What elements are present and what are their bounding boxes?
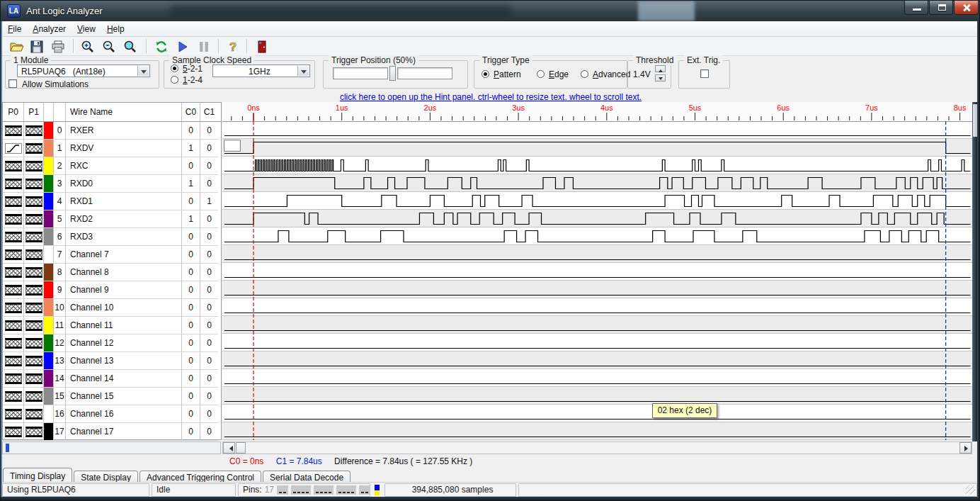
wire-name[interactable]: RXD2 (66, 210, 182, 228)
channel-row[interactable]: 17Channel 1700 (3, 423, 221, 441)
channel-row[interactable]: 0RXER00 (3, 122, 221, 140)
p0-trigger-cell[interactable] (3, 299, 24, 317)
p1-trigger-cell[interactable] (24, 210, 44, 228)
zoom-fit-button[interactable] (121, 38, 139, 55)
c0-value[interactable]: 0 (182, 122, 200, 140)
channel-number[interactable]: 4 (54, 193, 66, 210)
c1-value[interactable]: 0 (200, 370, 218, 388)
p0-trigger-cell[interactable] (3, 210, 24, 228)
channel-color-swatch[interactable] (44, 122, 54, 140)
channel-row[interactable]: 3RXD010 (3, 175, 221, 193)
p0-trigger-cell[interactable] (3, 281, 24, 299)
channel-color-swatch[interactable] (44, 210, 54, 228)
clock-124-radio[interactable] (171, 76, 178, 84)
scroll-left-arrow[interactable] (223, 442, 235, 454)
c0-value[interactable]: 0 (182, 317, 200, 334)
p0-trigger-cell[interactable] (3, 423, 24, 441)
wire-name[interactable]: Channel 12 (66, 334, 182, 352)
c0-value[interactable]: 0 (182, 228, 200, 246)
p1-trigger-cell[interactable] (24, 388, 44, 405)
c0-value[interactable]: 0 (182, 423, 200, 441)
channel-number[interactable]: 15 (54, 388, 66, 405)
p1-trigger-cell[interactable] (24, 157, 44, 175)
channel-row[interactable]: 2RXC00 (3, 157, 221, 175)
menu-help[interactable]: Help (101, 21, 130, 36)
channel-row[interactable]: 13Channel 1300 (3, 352, 221, 370)
trigger-position-track-right[interactable] (397, 67, 452, 79)
trigger-pattern-radio[interactable] (482, 70, 489, 78)
channel-color-swatch[interactable] (44, 264, 54, 281)
c0-value[interactable]: 0 (182, 264, 200, 281)
minimize-button[interactable] (904, 1, 928, 15)
channel-number[interactable]: 5 (54, 210, 66, 228)
channel-color-swatch[interactable] (44, 299, 54, 317)
module-combo[interactable]: RL5PUAQ6 (Ant18e) (17, 64, 150, 77)
c1-value[interactable]: 0 (200, 405, 218, 423)
p0-trigger-cell[interactable] (3, 193, 24, 210)
p0-trigger-cell[interactable] (3, 334, 24, 352)
c1-value[interactable]: 0 (200, 140, 218, 157)
channel-color-swatch[interactable] (44, 246, 54, 264)
wire-name[interactable]: Channel 13 (66, 352, 182, 370)
c1-value[interactable]: 0 (200, 299, 218, 317)
exit-button[interactable] (253, 38, 271, 55)
p0-trigger-cell[interactable] (3, 317, 24, 334)
wire-name[interactable]: RXD3 (66, 228, 182, 246)
channel-row[interactable]: 7Channel 700 (3, 246, 221, 264)
c0-value[interactable]: 0 (182, 334, 200, 352)
waveform-horizontal-scrollbar[interactable] (222, 441, 972, 454)
ext-trig-checkbox[interactable] (700, 69, 709, 78)
maximize-button[interactable] (929, 1, 953, 15)
clock-speed-combo[interactable]: 1GHz (212, 64, 310, 77)
c0-value[interactable]: 1 (182, 210, 200, 228)
p1-trigger-cell[interactable] (24, 228, 44, 246)
p0-trigger-cell[interactable] (3, 405, 24, 423)
channel-row[interactable]: 11Channel 1100 (3, 317, 221, 334)
channel-number[interactable]: 11 (54, 317, 66, 334)
chevron-down-icon[interactable] (297, 66, 309, 76)
c1-value[interactable]: 0 (200, 122, 218, 140)
waveform-scrollbar-thumb[interactable] (236, 442, 246, 454)
channel-number[interactable]: 2 (54, 157, 66, 175)
pause-button[interactable] (195, 38, 213, 55)
p1-trigger-cell[interactable] (24, 175, 44, 193)
channel-color-swatch[interactable] (44, 352, 54, 370)
channel-row[interactable]: 6RXD300 (3, 228, 221, 246)
channel-color-swatch[interactable] (44, 334, 54, 352)
c1-value[interactable]: 0 (200, 317, 218, 334)
channel-number[interactable]: 16 (54, 405, 66, 423)
p0-trigger-cell[interactable] (3, 264, 24, 281)
c1-value[interactable]: 0 (200, 388, 218, 405)
p1-trigger-cell[interactable] (24, 334, 44, 352)
channel-row[interactable]: 15Channel 1500 (3, 388, 221, 405)
channel-row[interactable]: 4RXD101 (3, 193, 221, 210)
c0-value[interactable]: 1 (182, 140, 200, 157)
channel-row[interactable]: 8Channel 800 (3, 264, 221, 281)
trigger-position-track-left[interactable] (333, 67, 388, 79)
p1-trigger-cell[interactable] (24, 299, 44, 317)
p1-trigger-cell[interactable] (24, 370, 44, 388)
c1-value[interactable]: 0 (200, 423, 218, 441)
menu-view[interactable]: View (72, 21, 101, 36)
menu-file[interactable]: File (2, 21, 27, 36)
zoom-in-button[interactable] (79, 38, 97, 55)
channel-number[interactable]: 7 (54, 246, 66, 264)
channel-color-swatch[interactable] (44, 140, 54, 157)
channel-color-swatch[interactable] (44, 405, 54, 423)
p1-trigger-cell[interactable] (24, 122, 44, 140)
channel-color-swatch[interactable] (44, 281, 54, 299)
wire-name[interactable]: RXD0 (66, 175, 182, 193)
wire-name[interactable]: Channel 8 (66, 264, 182, 281)
waveform-canvas[interactable] (222, 121, 972, 440)
channel-number[interactable]: 3 (54, 175, 66, 193)
c0-value[interactable]: 0 (182, 157, 200, 175)
allow-simulations-checkbox[interactable] (8, 79, 17, 88)
clock-521-radio[interactable] (171, 64, 178, 72)
wire-name[interactable]: RXER (66, 122, 182, 140)
channel-row[interactable]: 12Channel 1200 (3, 334, 221, 352)
p0-trigger-cell[interactable] (3, 140, 24, 157)
c0-value[interactable]: 0 (182, 246, 200, 264)
run-button[interactable] (173, 38, 192, 55)
c0-value[interactable]: 0 (182, 281, 200, 299)
wire-name[interactable]: Channel 10 (66, 299, 182, 317)
